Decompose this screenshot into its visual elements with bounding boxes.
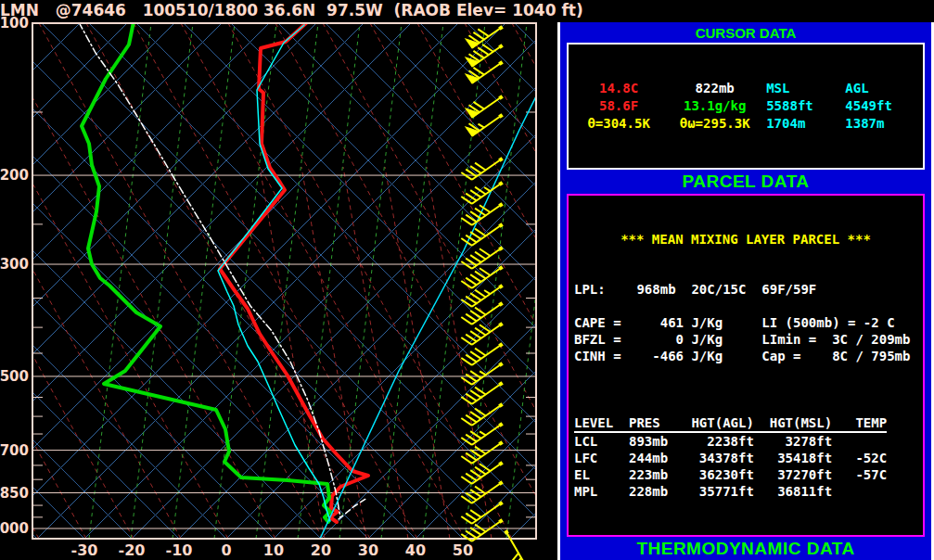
axis-label: 300 [0, 256, 29, 273]
axis-label: 200 [0, 167, 29, 184]
parcel-line: CINH = -466 J/Kg Cap = 8C / 795mb [574, 348, 917, 364]
parcel-line: CAPE = 461 J/Kg LI (500mb) = -2 C [574, 314, 917, 331]
level-table-row: EL 223mb 36230ft 37270ft -57C [574, 466, 917, 483]
level-table-header: LEVEL PRES HGT(AGL) HGT(MSL) TEMP [574, 414, 887, 433]
parcel-line: BFZL = 0 J/Kg LImin = 3C / 209mb [574, 331, 917, 348]
app-window: LMN @74646 100510/1800 36.6N 97.5W (RAOB… [0, 0, 934, 560]
cursor-value: 1704m [766, 115, 845, 133]
thermo-data-title: THERMODYNAMIC DATA [560, 539, 931, 559]
skewt-chart[interactable]: 1002003005007008501000-30-20-10010203040… [0, 0, 557, 560]
parcel-data-title: PARCEL DATA [560, 172, 931, 192]
axis-label: 1000 [0, 520, 29, 537]
cursor-value: θω=295.3K [663, 115, 766, 133]
parcel-banner: *** MEAN MIXING LAYER PARCEL *** [574, 231, 917, 248]
axis-label: 30 [358, 541, 378, 559]
cursor-value: 13.1g/kg [663, 97, 766, 115]
wind-barb [461, 214, 503, 249]
cursor-data-grid: 14.8C822mbMSLAGL58.6F13.1g/kg5588ft4549f… [574, 80, 917, 133]
wind-barb [461, 492, 503, 528]
cursor-value: θ=304.5K [574, 115, 663, 133]
axis-label: 20 [311, 541, 331, 559]
axis-label: 100 [0, 15, 29, 32]
parcel-lines: LPL: 968mb 20C/15C 69F/59F CAPE = 461 J/… [574, 281, 917, 381]
data-side-panel: CURSOR DATA 14.8C822mbMSLAGL58.6F13.1g/k… [557, 22, 934, 560]
axis-label: 10 [263, 541, 284, 559]
wind-barb [461, 313, 503, 349]
axis-label: -20 [119, 541, 146, 559]
axis-label: 0 [221, 541, 231, 559]
axis-label: -30 [71, 541, 98, 559]
cursor-value: 58.6F [574, 97, 663, 115]
cursor-value: 4549ft [845, 97, 917, 115]
axis-label: -10 [166, 541, 193, 559]
parcel-line: LPL: 968mb 20C/15C 69F/59F [574, 281, 917, 298]
cursor-value: 5588ft [766, 97, 845, 115]
cursor-value: 1387m [845, 115, 917, 133]
axis-label: 500 [0, 368, 29, 385]
axis-label: 50 [453, 541, 473, 559]
level-table-row: LCL 893mb 2238ft 3278ft [574, 433, 917, 450]
cursor-data-title: CURSOR DATA [560, 25, 931, 41]
level-table-row: MPL 228mb 35771ft 36811ft [574, 483, 917, 500]
series-wet-bulb [218, 25, 330, 521]
parcel-level-table: LEVEL PRES HGT(AGL) HGT(MSL) TEMPLCL 893… [574, 414, 917, 500]
cursor-value: AGL [845, 80, 917, 97]
cursor-value: MSL [766, 80, 845, 97]
level-table-row: LFC 244mb 34378ft 35418ft -52C [574, 450, 917, 466]
axis-label: 850 [0, 485, 29, 502]
axis-label: 40 [405, 541, 426, 559]
axis-label: 700 [0, 442, 29, 459]
cursor-value: 822mb [663, 80, 766, 97]
parcel-line [574, 364, 917, 381]
cursor-value: 14.8C [574, 80, 663, 97]
parcel-data-box: *** MEAN MIXING LAYER PARCEL *** LPL: 96… [567, 194, 925, 537]
parcel-line [574, 298, 917, 314]
cursor-data-box: 14.8C822mbMSLAGL58.6F13.1g/kg5588ft4549f… [567, 43, 925, 170]
wind-barb [495, 529, 528, 560]
